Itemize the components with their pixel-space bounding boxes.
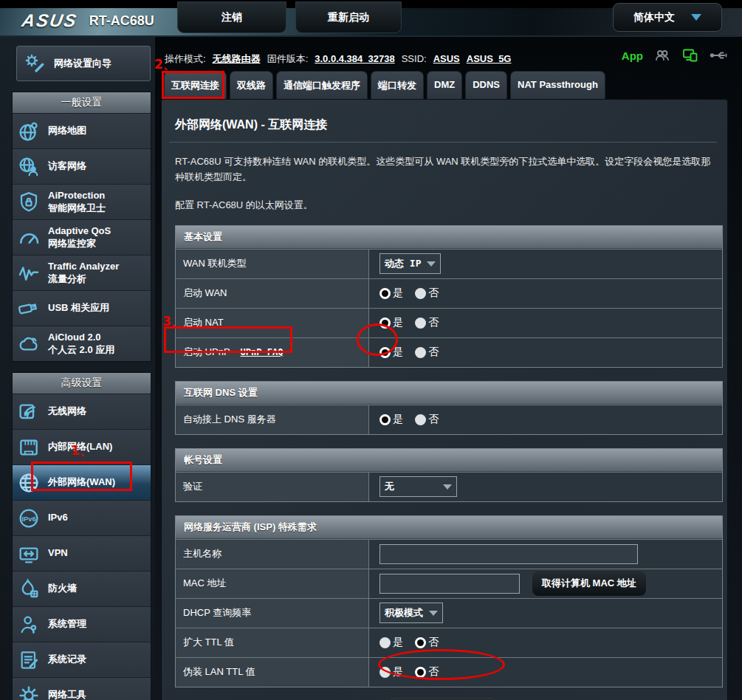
- sidebar-item-network-map[interactable]: 网络地图: [13, 113, 151, 148]
- sidebar-item-label: 系统管理: [48, 618, 86, 630]
- infobar-icons: App: [622, 47, 729, 64]
- enable-nat-no-radio[interactable]: 否: [415, 316, 439, 329]
- tab-dmz[interactable]: DMZ: [427, 71, 462, 99]
- language-selector[interactable]: 简体中文: [613, 3, 722, 32]
- sidebar-item-wireless[interactable]: 无线网络: [13, 394, 151, 429]
- account-settings-table: 帐号设置 验证 无: [175, 448, 723, 502]
- sidebar-item-usb-application[interactable]: USB 相关应用: [13, 290, 151, 326]
- wizard-gear-wrench-icon: [23, 52, 47, 75]
- tab-nat-passthrough[interactable]: NAT Passthrough: [510, 71, 605, 99]
- settings-panel: 外部网络(WAN) - 互联网连接 RT-AC68U 可支持数种连结 WAN 的…: [161, 99, 728, 700]
- row-label: DHCP 查询频率: [176, 599, 369, 628]
- table-row: 主机名称: [176, 539, 722, 569]
- sidebar-item-vpn[interactable]: VPN: [13, 535, 151, 571]
- sidebar-item-wan[interactable]: 外部网络(WAN): [13, 464, 151, 500]
- ssid-24g-link[interactable]: ASUS: [433, 53, 460, 64]
- network-map-icon: [17, 120, 41, 143]
- enable-nat-yes-radio[interactable]: 是: [379, 316, 403, 329]
- extend-ttl-yes-radio[interactable]: 是: [379, 636, 403, 649]
- auto-dns-yes-radio[interactable]: 是: [379, 413, 403, 426]
- sidebar-item-label: 内部网络(LAN): [48, 441, 112, 453]
- brand: ASUS RT-AC68U: [22, 10, 154, 31]
- sidebar-item-label: USB 相关应用: [48, 302, 109, 314]
- wan-type-select[interactable]: 动态 IP: [379, 253, 441, 274]
- section-header: 帐号设置: [176, 449, 722, 472]
- devices-sync-icon[interactable]: [681, 47, 699, 64]
- dhcp-query-select[interactable]: 积极模式: [379, 603, 443, 623]
- table-row: DHCP 查询频率 积极模式: [176, 598, 722, 628]
- row-label: 主机名称: [176, 540, 369, 569]
- auto-dns-no-radio[interactable]: 否: [415, 413, 439, 426]
- sidebar-item-administration[interactable]: 系统管理: [13, 606, 151, 642]
- enable-wan-yes-radio[interactable]: 是: [379, 286, 403, 300]
- sidebar-item-aiprotection[interactable]: AiProtection 智能网络卫士: [13, 184, 151, 219]
- sidebar-item-label: 访客网络: [48, 160, 86, 172]
- wan-tabs: 互联网连接 双线路 通信端口触发程序 端口转发 DMZ DDNS NAT Pas…: [155, 71, 742, 99]
- network-tools-gear-icon: [17, 684, 41, 700]
- model-name: RT-AC68U: [89, 13, 154, 29]
- table-row: 启动 NAT 是 否: [176, 308, 722, 337]
- row-label: 启动 NAT: [176, 309, 369, 337]
- spoof-lan-ttl-no-radio[interactable]: 否: [415, 665, 439, 679]
- ipv6-icon: IPv6: [17, 507, 41, 530]
- sidebar-item-label: 无线网络: [48, 405, 86, 417]
- tab-port-trigger[interactable]: 通信端口触发程序: [276, 71, 368, 99]
- mac-address-input[interactable]: [379, 574, 520, 594]
- sidebar-item-label: AiProtection 智能网络卫士: [48, 190, 106, 214]
- tab-dual-wan[interactable]: 双线路: [230, 71, 273, 99]
- enable-upnp-yes-radio[interactable]: 是: [379, 346, 403, 359]
- tab-port-forwarding[interactable]: 端口转发: [371, 71, 424, 99]
- wireless-icon: [17, 400, 41, 424]
- host-name-input[interactable]: [379, 544, 638, 564]
- app-link[interactable]: App: [622, 49, 643, 62]
- spoof-lan-ttl-yes-radio[interactable]: 是: [379, 665, 403, 679]
- operation-mode-link[interactable]: 无线路由器: [213, 52, 261, 66]
- enable-wan-no-radio[interactable]: 否: [415, 286, 439, 300]
- sidebar-item-adaptive-qos[interactable]: Adaptive QoS 网络监控家: [13, 219, 151, 255]
- operation-mode-label: 操作模式:: [165, 52, 206, 66]
- row-label: 启动 WAN: [176, 279, 369, 308]
- tab-internet-connection[interactable]: 互联网连接: [164, 71, 227, 99]
- authentication-select[interactable]: 无: [379, 476, 457, 497]
- usb-drive-icon: [17, 297, 41, 320]
- sidebar-item-label: 防火墙: [48, 583, 77, 594]
- sidebar-item-system-log[interactable]: 系统记录: [13, 642, 151, 677]
- waveform-icon: [17, 261, 41, 285]
- usb-plug-icon[interactable]: [710, 47, 729, 64]
- ssid-5g-link[interactable]: ASUS_5G: [467, 53, 512, 64]
- firmware-version-link[interactable]: 3.0.0.4.384_32738: [315, 53, 394, 64]
- firmware-label: 固件版本:: [267, 52, 309, 66]
- sidebar-item-setup-wizard[interactable]: 网络设置向导: [16, 46, 151, 81]
- logout-button[interactable]: 注销: [177, 1, 286, 33]
- sidebar-item-label: 网络工具: [48, 689, 86, 700]
- sidebar-item-network-tools[interactable]: 网络工具: [13, 677, 151, 700]
- tab-ddns[interactable]: DDNS: [465, 71, 507, 99]
- extend-ttl-no-radio[interactable]: 否: [415, 636, 439, 649]
- sidebar-item-guest-network[interactable]: 访客网络: [13, 148, 151, 184]
- sidebar-item-traffic-analyzer[interactable]: Traffic Analyzer 流量分析: [13, 255, 151, 290]
- apply-button[interactable]: 应用本页面设置: [388, 698, 498, 700]
- chevron-down-icon: [443, 484, 452, 490]
- section-header: 网络服务运营商 (ISP) 特殊需求: [176, 516, 722, 539]
- lan-port-icon: [17, 436, 41, 459]
- row-label: MAC 地址: [176, 569, 369, 598]
- advanced-settings-group: 高级设置 无线网络: [12, 372, 151, 700]
- sidebar-item-firewall[interactable]: 防火墙: [13, 571, 151, 606]
- enable-upnp-no-radio[interactable]: 否: [415, 346, 439, 359]
- isp-settings-table: 网络服务运营商 (ISP) 特殊需求 主机名称 MAC 地址 取得计算机 MAC…: [175, 515, 723, 687]
- asus-logo: ASUS: [21, 10, 80, 31]
- upnp-faq-link[interactable]: UPnP FAQ: [241, 347, 284, 357]
- sidebar-item-aicloud[interactable]: AiCloud 2.0 个人云 2.0 应用: [13, 326, 151, 361]
- dns-settings-table: 互联网 DNS 设置 自动接上 DNS 服务器 是 否: [175, 381, 723, 435]
- users-icon[interactable]: [653, 47, 671, 64]
- reboot-button[interactable]: 重新启动: [295, 1, 402, 33]
- sidebar-item-lan[interactable]: 内部网络(LAN): [13, 429, 151, 464]
- table-row: 伪装 LAN TTL 值 是 否: [176, 657, 722, 687]
- sidebar-item-ipv6[interactable]: IPv6 IPv6: [13, 500, 151, 535]
- sidebar: 网络设置向导 一般设置 网络地图: [0, 37, 155, 700]
- get-pc-mac-button[interactable]: 取得计算机 MAC 地址: [532, 570, 647, 597]
- basic-settings-table: 基本设置 WAN 联机类型 动态 IP 启动 WAN 是 否: [175, 225, 723, 368]
- top-header: ASUS RT-AC68U 注销 重新启动 简体中文: [0, 0, 742, 37]
- guest-network-icon: [17, 155, 41, 179]
- general-settings-group: 一般设置 网络地图 访客网络: [12, 92, 151, 362]
